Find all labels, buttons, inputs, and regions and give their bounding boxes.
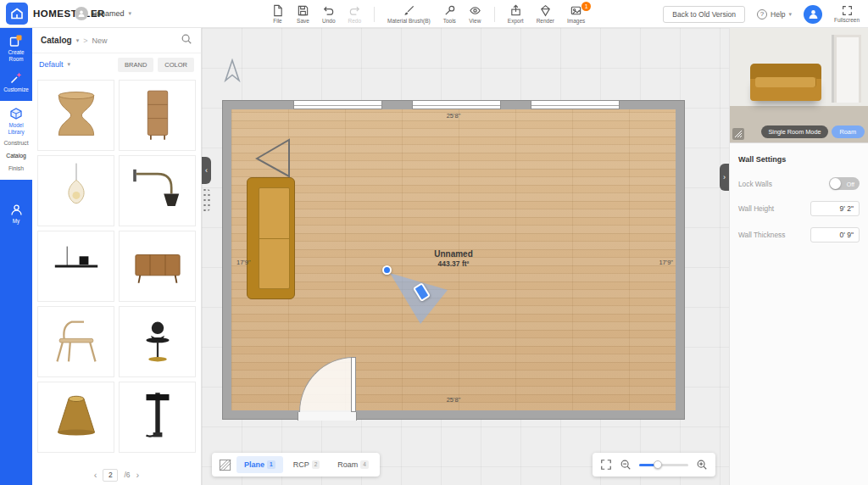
save-icon bbox=[297, 4, 309, 17]
fullscreen-button[interactable]: Fullscreen bbox=[834, 5, 860, 23]
zoom-slider-knob[interactable] bbox=[654, 460, 662, 469]
sort-dropdown[interactable]: Default bbox=[39, 60, 64, 69]
tab-brand[interactable]: BRAND bbox=[118, 58, 153, 72]
breadcrumb-current: New bbox=[92, 36, 107, 45]
thumbnail-image bbox=[46, 311, 107, 372]
tab-plane[interactable]: Plane 1 bbox=[236, 456, 283, 473]
export-button[interactable]: Export bbox=[508, 4, 524, 24]
prev-page-button[interactable]: ‹ bbox=[94, 471, 97, 480]
zoom-in-icon bbox=[696, 459, 708, 471]
right-panel: Single Room Mode Roam Wall Settings Lock… bbox=[729, 28, 868, 485]
window-top-1[interactable] bbox=[293, 100, 382, 109]
zoom-out-button[interactable] bbox=[620, 459, 632, 471]
thumbnail-image bbox=[127, 85, 188, 146]
thumbnail-image bbox=[127, 387, 188, 448]
sofa-plan-symbol[interactable] bbox=[247, 177, 295, 299]
doc-avatar-icon bbox=[75, 7, 88, 20]
zoom-slider[interactable] bbox=[639, 464, 688, 466]
rail-label: My bbox=[13, 218, 19, 225]
fit-to-screen-button[interactable] bbox=[600, 459, 612, 471]
wall-height-input[interactable] bbox=[810, 201, 860, 216]
undo-button[interactable]: Undo bbox=[322, 4, 336, 24]
door-leaf[interactable] bbox=[351, 357, 356, 412]
window-top-2[interactable] bbox=[412, 100, 501, 109]
sidebar-item-catalog[interactable]: Catalog bbox=[0, 149, 32, 162]
images-button[interactable]: 1 Images bbox=[567, 4, 585, 24]
file-button[interactable]: File bbox=[271, 4, 284, 24]
catalog-item-black-industrial-wall-lamp[interactable] bbox=[119, 382, 196, 453]
room-floor[interactable] bbox=[231, 109, 676, 410]
help-menu[interactable]: ? Help ▾ bbox=[757, 9, 792, 20]
thumbnail-image bbox=[46, 160, 107, 221]
catalog-item-sculpture-side-table[interactable] bbox=[119, 306, 196, 377]
view-button[interactable]: View bbox=[469, 4, 481, 24]
3d-preview-window[interactable]: Single Room Mode Roam bbox=[730, 28, 868, 143]
back-to-old-version-button[interactable]: Back to Old Version bbox=[663, 6, 745, 23]
sidebar-item-construct[interactable]: Construct bbox=[0, 137, 32, 149]
catalog-item-glass-pendant-lamp[interactable] bbox=[37, 155, 114, 226]
redo-button[interactable]: Redo bbox=[348, 4, 362, 24]
collapse-left-panel-button[interactable]: ‹ bbox=[202, 157, 211, 184]
tool-label: Tools bbox=[443, 18, 456, 24]
catalog-item-tall-wood-cabinet[interactable] bbox=[119, 80, 196, 151]
floorplan-canvas[interactable]: Unnamed 443.37 ft² 25'8" 25'8" 17'9" 17'… bbox=[202, 28, 729, 485]
brush-icon bbox=[403, 4, 415, 17]
tools-button[interactable]: Tools bbox=[443, 4, 456, 24]
save-button[interactable]: Save bbox=[297, 4, 309, 24]
catalog-item-brass-arm-wall-lamp[interactable] bbox=[119, 155, 196, 226]
sidebar-item-customize[interactable]: Customize bbox=[0, 69, 32, 96]
breadcrumb-catalog-dropdown[interactable]: Catalog bbox=[41, 36, 72, 45]
pattern-toggle-button[interactable] bbox=[215, 455, 234, 474]
file-icon bbox=[271, 4, 284, 17]
catalog-item-black-linear-ceiling-lamp[interactable] bbox=[37, 231, 114, 302]
window-top-3[interactable] bbox=[531, 100, 620, 109]
sidebar-item-finish[interactable]: Finish bbox=[0, 162, 32, 175]
catalog-item-walnut-sideboard[interactable] bbox=[119, 231, 196, 302]
tool-label: Images bbox=[567, 18, 585, 24]
catalog-item-hourglass-rattan-stool[interactable] bbox=[37, 80, 114, 151]
lock-walls-toggle[interactable]: Off bbox=[829, 177, 860, 190]
logo-icon bbox=[6, 3, 28, 25]
sidebar-item-model-library[interactable]: Model Library bbox=[0, 105, 32, 137]
door-opening[interactable] bbox=[298, 412, 357, 421]
roam-camera-marker[interactable] bbox=[382, 265, 392, 275]
thumbnail-image bbox=[127, 311, 188, 372]
material-brush-button[interactable]: Material Brush(B) bbox=[387, 4, 431, 24]
search-icon[interactable] bbox=[181, 33, 192, 48]
catalog-item-bronze-cone-stool[interactable] bbox=[37, 382, 114, 453]
catalog-item-light-wood-chair[interactable] bbox=[37, 306, 114, 377]
tab-rcp[interactable]: RCP 2 bbox=[286, 456, 328, 473]
document-name: unnamed bbox=[92, 9, 125, 18]
thumbnail-image bbox=[127, 160, 188, 221]
wall-thickness-input[interactable] bbox=[810, 227, 860, 242]
page-number-input[interactable]: 2 bbox=[103, 469, 118, 482]
tab-label: RCP bbox=[293, 460, 309, 469]
catalog-filter-row: Default ▾ BRAND COLOR bbox=[32, 53, 201, 75]
thumbnail-image bbox=[46, 387, 107, 448]
user-avatar[interactable] bbox=[804, 5, 822, 24]
collapse-right-panel-button[interactable]: › bbox=[720, 164, 729, 191]
single-room-mode-button[interactable]: Single Room Mode bbox=[761, 125, 827, 138]
triangle-object-symbol[interactable] bbox=[255, 138, 291, 178]
render-button[interactable]: Render bbox=[537, 4, 554, 24]
sidebar-item-create-room[interactable]: Create Room bbox=[0, 31, 32, 64]
rail-label: Customize bbox=[3, 86, 29, 93]
panel-drag-handle[interactable] bbox=[202, 189, 210, 211]
room-walls[interactable]: Unnamed 443.37 ft² 25'8" 25'8" 17'9" 17'… bbox=[222, 100, 685, 420]
toggle-state-label: Off bbox=[847, 181, 854, 187]
chevron-down-icon: ▾ bbox=[789, 11, 793, 18]
person-icon bbox=[10, 203, 23, 216]
zoom-in-button[interactable] bbox=[696, 459, 708, 471]
sofa-seat bbox=[259, 187, 290, 289]
rail-sub-section: Model Library Construct Catalog Finish bbox=[0, 101, 32, 180]
topbar: HOMESTYLER unnamed ▾ File Save Undo bbox=[0, 0, 868, 28]
model-library-icon bbox=[9, 107, 23, 120]
roam-button[interactable]: Roam bbox=[832, 125, 865, 138]
wall-height-label: Wall Height bbox=[738, 204, 774, 213]
sidebar-item-my[interactable]: My bbox=[0, 201, 32, 227]
tab-roam[interactable]: Roam 4 bbox=[330, 456, 376, 473]
tool-label: Export bbox=[508, 18, 524, 24]
document-dropdown[interactable]: unnamed ▾ bbox=[75, 7, 131, 20]
next-page-button[interactable]: › bbox=[136, 471, 140, 480]
tab-color[interactable]: COLOR bbox=[158, 58, 194, 72]
